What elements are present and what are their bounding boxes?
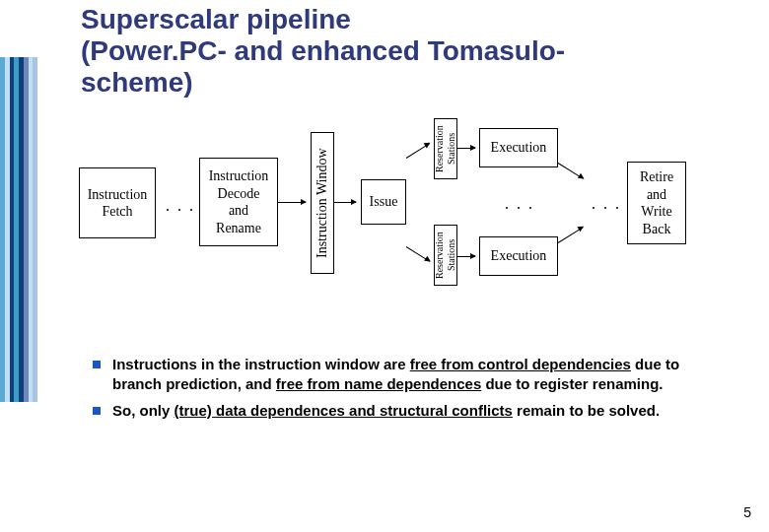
arrow-rs-exec-bottom bbox=[457, 256, 475, 257]
arrow-exec-retire-top bbox=[558, 163, 584, 179]
arrow-decode-window bbox=[278, 202, 306, 203]
bullet-1: Instructions in the instruction window a… bbox=[89, 355, 730, 395]
bullet-list: Instructions in the instruction window a… bbox=[89, 355, 730, 427]
box-decode: InstructionDecodeandRename bbox=[199, 158, 278, 246]
ellipsis-1: . . . bbox=[166, 197, 195, 215]
arrow-exec-retire-bottom bbox=[558, 227, 584, 243]
box-retire: RetireandWriteBack bbox=[627, 162, 686, 244]
box-instruction-window: Instruction Window bbox=[311, 132, 334, 274]
page-number: 5 bbox=[743, 504, 751, 520]
slide-title: Superscalar pipeline (Power.PC- and enha… bbox=[81, 4, 565, 100]
ellipsis-3: . . . bbox=[592, 195, 621, 213]
title-line-2: (Power.PC- and enhanced Tomasulo- bbox=[81, 35, 565, 66]
title-line-1: Superscalar pipeline bbox=[81, 4, 351, 34]
pipeline-diagram: InstructionFetch . . . InstructionDecode… bbox=[79, 118, 730, 315]
box-exec-bottom: Execution bbox=[479, 236, 558, 276]
box-issue: Issue bbox=[361, 179, 406, 225]
decorative-sidebar bbox=[0, 57, 37, 402]
arrow-issue-rs-bottom bbox=[406, 246, 430, 262]
bullet-2: So, only (true) data dependences and str… bbox=[89, 401, 730, 421]
title-line-3: scheme) bbox=[81, 67, 193, 98]
box-exec-top: Execution bbox=[479, 128, 558, 167]
arrow-issue-rs-top bbox=[406, 143, 430, 159]
box-fetch: InstructionFetch bbox=[79, 167, 156, 238]
arrow-rs-exec-top bbox=[457, 148, 475, 149]
box-rs-bottom: ReservationStations bbox=[434, 225, 457, 286]
box-rs-top: ReservationStations bbox=[434, 118, 457, 179]
ellipsis-2: . . . bbox=[505, 195, 534, 213]
arrow-window-issue bbox=[334, 202, 356, 203]
